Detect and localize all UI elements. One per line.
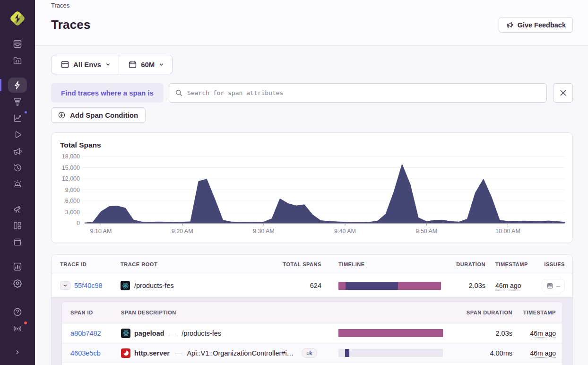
page-header: Traces Traces Give Feedback (35, 0, 588, 46)
span-column-header-timestamp: TIMESTAMP (512, 310, 556, 315)
sidebar-nav (0, 35, 35, 365)
search-input[interactable] (187, 89, 541, 96)
sidebar-item-issues[interactable] (8, 36, 27, 52)
trace-issues-cell: – (536, 279, 565, 292)
sidebar-item-releases[interactable] (8, 235, 27, 250)
siren-icon (12, 179, 23, 190)
environment-selector[interactable]: All Envs (52, 55, 119, 74)
add-span-condition-label: Add Span Condition (70, 111, 138, 119)
new-feature-dot (24, 110, 28, 114)
trace-issues-button[interactable]: – (542, 279, 565, 292)
sidebar-item-settings[interactable] (8, 276, 27, 291)
react-logo-icon (122, 330, 130, 337)
trace-timestamp[interactable]: 46m ago (495, 282, 521, 289)
page-title: Traces (51, 17, 91, 32)
sidebar-item-replays[interactable] (8, 127, 27, 142)
page-content: All Envs 60M (35, 46, 588, 365)
sidebar-item-alerts[interactable] (8, 177, 27, 192)
span-row[interactable]: a80b7482 pageload — /products-fes 2.03s … (62, 323, 562, 343)
where-span-chip: Find traces where a span is (51, 83, 164, 103)
breadcrumb[interactable]: Traces (51, 1, 573, 9)
history-icon (12, 163, 23, 173)
span-description-cell: pageload — /products-fes (121, 329, 335, 338)
y-tick-label: 6,000 (65, 198, 80, 204)
trace-timeline-cell (321, 282, 448, 290)
broadcast-icon (12, 323, 23, 334)
give-feedback-label: Give Feedback (518, 21, 566, 29)
span-timestamp-cell: 46m ago (512, 330, 556, 337)
circle-plus-icon (58, 111, 66, 119)
span-timeline-track (338, 349, 443, 357)
active-nav-indicator (0, 79, 1, 91)
add-span-condition-button[interactable]: Add Span Condition (51, 107, 146, 123)
spans-table-header: SPAN IDSPAN DESCRIPTIONSPAN DURATIONTIME… (62, 302, 562, 323)
span-description-cell: http.server — Api::V1::OrganizationContr… (121, 348, 335, 358)
trace-root-label: /products-fes (134, 282, 174, 289)
sidebar-item-feedback[interactable] (8, 144, 27, 159)
sidebar-item-stats[interactable] (8, 259, 27, 274)
x-tick-label: 9:50 AM (415, 228, 437, 235)
sidebar-group-1 (0, 77, 35, 192)
sidebar-footer (8, 304, 27, 337)
sidebar-item-insights[interactable] (8, 111, 27, 126)
close-icon (559, 89, 567, 97)
sidebar-item-whats-new[interactable] (8, 321, 27, 336)
column-header-trace-root: TRACE ROOT (121, 261, 265, 267)
projects-icon (12, 55, 23, 66)
span-op-label: http.server (134, 349, 170, 357)
span-id-link[interactable]: 4603e5cb (70, 349, 101, 357)
megaphone-icon (12, 146, 23, 156)
traces-table-header: TRACE IDTRACE ROOTTOTAL SPANSTIMELINEDUR… (52, 255, 572, 274)
give-feedback-button[interactable]: Give Feedback (499, 17, 573, 33)
platform-icon-react (121, 281, 130, 290)
span-row[interactable]: 4603e5cb http.server — Api::V1::Organiza… (62, 343, 562, 363)
separator-dash: — (168, 330, 178, 337)
area-series (85, 165, 565, 224)
column-header-timeline: TIMELINE (321, 261, 448, 267)
sidebar-item-dashboards[interactable] (8, 218, 27, 233)
trace-id-link[interactable]: 55f40c98 (74, 282, 103, 289)
dashboards-icon (12, 220, 23, 231)
issues-icon (546, 282, 553, 289)
clear-search-button[interactable] (553, 83, 573, 103)
sidebar-group-3 (0, 258, 35, 291)
platform-icon-ruby (121, 348, 130, 358)
separator-dash: — (173, 349, 183, 357)
sidebar-collapse-button[interactable] (8, 345, 27, 359)
sidebar-item-explore[interactable] (8, 78, 27, 93)
sentry-spark-logo-icon (9, 9, 26, 27)
total-spans-area-chart[interactable]: 03,0006,0009,00012,00015,00018,0009:10 A… (52, 133, 572, 243)
span-op-label: pageload (134, 330, 164, 337)
telescope-icon (12, 204, 23, 214)
x-tick-label: 9:20 AM (172, 228, 193, 235)
environment-label: All Envs (73, 61, 101, 69)
trace-row[interactable]: 55f40c98 /products-fes 624 2.03s 46m ago… (52, 274, 572, 297)
traces-table: TRACE IDTRACE ROOTTOTAL SPANSTIMELINEDUR… (51, 254, 573, 365)
sidebar-item-projects[interactable] (8, 53, 27, 68)
add-condition-row: Add Span Condition (51, 107, 573, 123)
span-timestamp[interactable]: 46m ago (530, 330, 556, 337)
notification-dot (23, 321, 28, 325)
sidebar-item-history[interactable] (8, 160, 27, 175)
search-icon (175, 89, 183, 97)
y-tick-label: 15,000 (62, 165, 80, 171)
org-logo[interactable] (9, 9, 26, 27)
column-header-issues: ISSUES (536, 261, 565, 267)
span-timestamp-cell: 46m ago (512, 349, 556, 357)
date-range-selector[interactable]: 60M (119, 55, 172, 74)
date-range-label: 60M (141, 61, 155, 69)
collapse-trace-button[interactable] (60, 281, 70, 290)
span-timeline-track (338, 329, 443, 337)
sidebar-item-discover[interactable] (8, 201, 27, 217)
sidebar-group-0 (0, 35, 35, 69)
sidebar-item-help[interactable] (8, 304, 27, 320)
spans-subtable: SPAN IDSPAN DESCRIPTIONSPAN DURATIONTIME… (61, 302, 563, 365)
span-detail-label: /products-fes (182, 330, 221, 337)
chevron-down-icon (158, 61, 164, 68)
span-timestamp[interactable]: 46m ago (530, 349, 556, 357)
main-area: Traces Traces Give Feedback (35, 0, 588, 365)
span-id-link[interactable]: a80b7482 (70, 330, 101, 337)
sidebar-item-funnel[interactable] (8, 94, 27, 109)
column-header-total-spans: TOTAL SPANS (265, 261, 321, 267)
span-attribute-search[interactable] (169, 83, 547, 103)
